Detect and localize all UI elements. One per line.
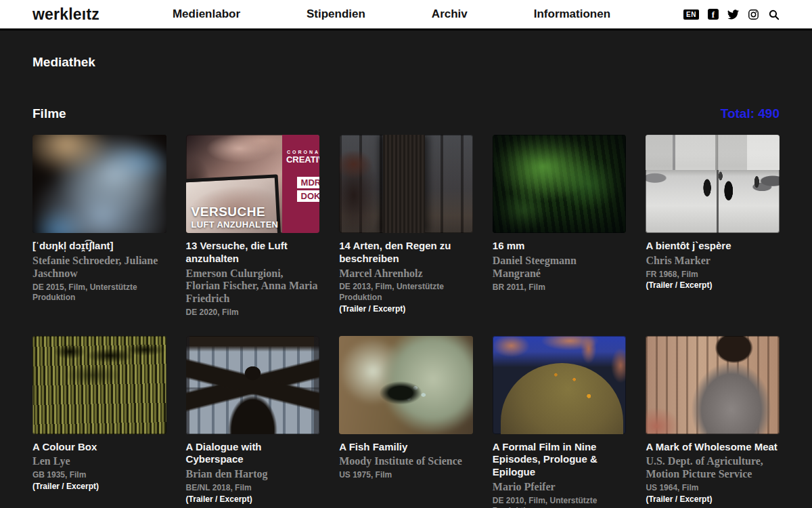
film-author: Moody Institute of Science bbox=[339, 455, 473, 468]
film-note: (Trailer / Excerpt) bbox=[646, 494, 780, 505]
film-grid: [ˈdʊŋkl̩ dɔɪ̯t͡ʃlant] Stefanie Schroeder… bbox=[32, 135, 780, 508]
mdr-badge: MDR bbox=[297, 177, 320, 188]
film-card[interactable]: A Colour Box Len Lye GB 1935, Film (Trai… bbox=[32, 336, 166, 508]
film-card[interactable]: A Formal Film in Nine Episodes, Prologue… bbox=[493, 336, 627, 508]
nav-icon-group: EN f bbox=[683, 9, 780, 20]
film-thumbnail[interactable] bbox=[186, 336, 320, 434]
film-card[interactable]: A Fish Familiy Moody Institute of Scienc… bbox=[339, 336, 473, 508]
film-card[interactable]: A Dialogue with Cyberspace Brian den Har… bbox=[186, 336, 320, 508]
film-card[interactable]: CORONA CREATIVE MDR DOK VERSUCHE LUFT AN… bbox=[186, 135, 320, 318]
overlay-line-2: LUFT ANZUHALTEN bbox=[191, 219, 279, 230]
broadcaster-brand-line2: CREATIVE bbox=[286, 154, 319, 165]
section-title-filme: Filme bbox=[32, 106, 66, 121]
film-meta: GB 1935, Film bbox=[32, 470, 166, 481]
film-meta: BR 2011, Film bbox=[493, 282, 627, 293]
film-meta: DE 2010, Film, Unterstützte Produktion bbox=[493, 496, 627, 508]
film-title: A Mark of Wholesome Meat bbox=[646, 441, 780, 454]
search-icon[interactable] bbox=[768, 9, 780, 20]
film-title: A Dialogue with Cyberspace bbox=[186, 441, 320, 467]
broadcaster-brand-line1: CORONA bbox=[287, 150, 319, 154]
twitter-icon[interactable] bbox=[727, 9, 739, 20]
film-thumbnail[interactable] bbox=[646, 135, 780, 233]
dok-badge: DOK bbox=[297, 190, 320, 202]
film-card[interactable]: A bientôt j`espère Chris Marker FR 1968,… bbox=[646, 135, 780, 318]
nav-item-informationen[interactable]: Informationen bbox=[534, 7, 610, 21]
film-note: (Trailer / Excerpt) bbox=[186, 494, 320, 505]
section-header: Filme Total: 490 bbox=[32, 106, 780, 121]
overlay-line-1: VERSUCHE bbox=[191, 205, 279, 219]
film-author: Chris Marker bbox=[646, 255, 780, 268]
facebook-icon[interactable]: f bbox=[708, 9, 719, 20]
film-meta: BE/NL 2018, Film bbox=[186, 483, 320, 494]
film-author: Brian den Hartog bbox=[186, 468, 320, 481]
film-author: Emerson Culurgioni, Florian Fischer, Ann… bbox=[186, 268, 320, 306]
film-author: Len Lye bbox=[32, 455, 166, 468]
total-count: Total: 490 bbox=[721, 106, 780, 121]
broadcaster-panel: CORONA CREATIVE MDR DOK bbox=[282, 135, 319, 233]
film-meta: DE 2020, Film bbox=[186, 308, 320, 318]
nav-item-medienlabor[interactable]: Medienlabor bbox=[173, 7, 240, 21]
film-meta: FR 1968, Film bbox=[646, 270, 780, 280]
film-card[interactable]: A Mark of Wholesome Meat U.S. Dept. of A… bbox=[646, 336, 780, 508]
film-meta: DE 2013, Film, Unterstützte Produktion bbox=[339, 282, 473, 303]
language-toggle-en[interactable]: EN bbox=[683, 9, 699, 20]
film-title: A Colour Box bbox=[32, 441, 166, 454]
film-thumbnail[interactable] bbox=[339, 135, 473, 233]
thumbnail-overlay-title: VERSUCHE LUFT ANZUHALTEN bbox=[191, 205, 279, 230]
film-meta: US 1964, Film bbox=[646, 483, 780, 494]
film-thumbnail[interactable] bbox=[339, 336, 473, 434]
page-title: Mediathek bbox=[32, 55, 780, 70]
werkleitz-logo[interactable]: werkleıtz bbox=[32, 5, 99, 24]
main-nav: Medienlabor Stipendien Archiv Informatio… bbox=[106, 7, 677, 21]
film-meta: US 1975, Film bbox=[339, 470, 473, 481]
film-thumbnail[interactable] bbox=[493, 336, 627, 434]
film-title: [ˈdʊŋkl̩ dɔɪ̯t͡ʃlant] bbox=[32, 240, 166, 253]
film-author: Marcel Ahrenholz bbox=[339, 268, 473, 280]
nav-item-archiv[interactable]: Archiv bbox=[432, 7, 468, 21]
film-title: 14 Arten, den Regen zu beschreiben bbox=[339, 240, 473, 266]
film-card[interactable]: 14 Arten, den Regen zu beschreiben Marce… bbox=[339, 135, 473, 318]
instagram-icon[interactable] bbox=[748, 9, 759, 20]
film-thumbnail[interactable] bbox=[32, 135, 166, 233]
thumbnail-art bbox=[339, 336, 473, 434]
film-title: A bientôt j`espère bbox=[646, 240, 780, 253]
film-note: (Trailer / Excerpt) bbox=[339, 303, 473, 315]
film-author: Stefanie Schroeder, Juliane Jaschnow bbox=[32, 255, 166, 280]
film-author: Daniel Steegmann Mangrané bbox=[493, 255, 627, 280]
film-title: 16 mm bbox=[493, 240, 627, 253]
broadcaster-badges: MDR DOK bbox=[297, 177, 320, 202]
thumbnail-art bbox=[32, 135, 166, 233]
film-card[interactable]: [ˈdʊŋkl̩ dɔɪ̯t͡ʃlant] Stefanie Schroeder… bbox=[32, 135, 166, 318]
film-thumbnail[interactable] bbox=[32, 336, 166, 434]
film-thumbnail[interactable] bbox=[493, 135, 627, 233]
film-author: Mario Pfeifer bbox=[493, 481, 627, 494]
film-card[interactable]: 16 mm Daniel Steegmann Mangrané BR 2011,… bbox=[493, 135, 627, 318]
main-content: Mediathek Filme Total: 490 [ˈdʊŋkl̩ dɔɪ̯… bbox=[0, 55, 812, 508]
film-note: (Trailer / Excerpt) bbox=[32, 481, 166, 492]
nav-item-stipendien[interactable]: Stipendien bbox=[307, 7, 365, 21]
film-title: A Formal Film in Nine Episodes, Prologue… bbox=[493, 441, 627, 479]
film-thumbnail[interactable]: CORONA CREATIVE MDR DOK VERSUCHE LUFT AN… bbox=[186, 135, 320, 233]
film-meta: DE 2015, Film, Unterstützte Produktion bbox=[32, 282, 166, 303]
film-title: A Fish Familiy bbox=[339, 441, 473, 454]
film-thumbnail[interactable] bbox=[646, 336, 780, 434]
film-title: 13 Versuche, die Luft anzuhalten bbox=[186, 240, 320, 266]
film-note: (Trailer / Excerpt) bbox=[646, 280, 780, 291]
top-navigation: werkleıtz Medienlabor Stipendien Archiv … bbox=[0, 0, 812, 30]
film-author: U.S. Dept. of Agriculture, Motion Pictur… bbox=[646, 455, 780, 481]
